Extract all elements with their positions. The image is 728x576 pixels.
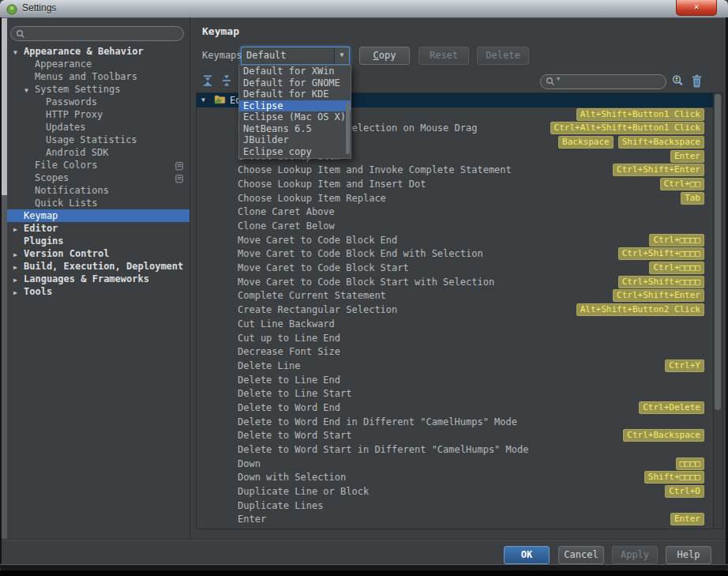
keymap-action-row-delete-to-word-start[interactable]: Delete to Word StartCtrl+Backspace: [197, 429, 714, 443]
keymap-action-row-delete-to-word-end-in-different-camelhumps-mode[interactable]: Delete to Word End in Different "CamelHu…: [197, 415, 714, 429]
keymap-action-row-decrease-font-size[interactable]: Decrease Font Size: [197, 344, 714, 359]
list-scrollbar-thumb[interactable]: [715, 94, 721, 410]
keymap-action-row-move-caret-to-code-block-start-with-selection[interactable]: Move Caret to Code Block Start with Sele…: [197, 275, 714, 289]
filter-options-chevron-icon[interactable]: ▼: [557, 76, 560, 82]
button-label: Reset: [419, 47, 468, 63]
sidebar-item-label: Build, Execution, Deployment: [24, 261, 183, 272]
action-label: Complete Current Statement: [238, 290, 386, 301]
popup-scrollbar-thumb[interactable]: [346, 102, 350, 154]
button-label: Copy: [360, 47, 409, 63]
keymap-action-row-clone-caret-above[interactable]: Clone Caret Above: [197, 205, 714, 220]
keymap-action-row-choose-lookup-item-and-insert-dot[interactable]: Choose Lookup Item and Insert DotCtrl+□□: [197, 177, 714, 191]
sidebar-item-usage-statistics[interactable]: Usage Statistics: [7, 134, 190, 146]
ok-button[interactable]: OK: [504, 546, 550, 564]
collapse-arrow-icon[interactable]: ▼: [201, 96, 212, 104]
dropdown-option-eclipse-copy[interactable]: Eclipse copy: [239, 146, 351, 158]
keymap-action-row-choose-lookup-item-replace[interactable]: Choose Lookup Item ReplaceTab: [197, 191, 714, 205]
keymap-action-row-move-caret-to-code-block-end-with-selection[interactable]: Move Caret to Code Block End with Select…: [197, 247, 714, 262]
keymap-action-row-move-caret-to-code-block-start[interactable]: Move Caret to Code Block StartCtrl+□□□□: [197, 261, 714, 275]
dropdown-option-eclipse-mac-os-x[interactable]: Eclipse (Mac OS X): [239, 111, 351, 123]
keymap-action-row-cut-up-to-line-end[interactable]: Cut up to Line End: [197, 331, 714, 345]
keymap-action-row-clone-caret-below[interactable]: Clone Caret Below: [197, 219, 714, 233]
sidebar-item-languages-frameworks[interactable]: ▶Languages & Frameworks: [7, 273, 190, 285]
sidebar-item-system-settings[interactable]: ▼System Settings: [7, 83, 190, 96]
sidebar-item-keymap[interactable]: Keymap: [7, 209, 190, 222]
keymap-action-row-duplicate-lines[interactable]: Duplicate Lines: [197, 499, 714, 513]
keymap-action-row-cut-line-backward[interactable]: Cut Line Backward: [197, 317, 714, 331]
action-label: Move Caret to Code Block End with Select…: [238, 248, 483, 259]
expand-arrow-icon[interactable]: ▶: [13, 287, 24, 298]
action-label: Create Rectangular Selection: [238, 304, 397, 315]
sidebar-item-scopes[interactable]: Scopes: [7, 171, 190, 184]
action-label: Move Caret to Code Block Start with Sele…: [238, 277, 494, 288]
chevron-down-icon[interactable]: ▼: [334, 47, 349, 64]
sidebar-item-build-execution-deployment[interactable]: ▶Build, Execution, Deployment: [7, 260, 190, 273]
keymap-action-row-down-with-selection[interactable]: Down with SelectionShift+□□□□: [197, 471, 714, 485]
sidebar-search-input[interactable]: [10, 26, 184, 41]
left-scrollbar-track[interactable]: [2, 195, 7, 539]
sidebar-item-editor[interactable]: ▶Editor: [7, 222, 190, 235]
keymap-action-row-down[interactable]: Down□□□□: [197, 457, 714, 471]
search-icon: [546, 77, 555, 86]
shortcut-filter-input[interactable]: ▼: [540, 74, 666, 89]
dropdown-option-jbuilder[interactable]: JBuilder: [239, 134, 351, 146]
expand-all-icon[interactable]: [201, 74, 216, 88]
dropdown-option-default-for-gnome[interactable]: Default for GNOME: [239, 77, 351, 89]
action-label: Duplicate Lines: [238, 500, 323, 511]
dropdown-option-default-for-xwin[interactable]: Default for XWin: [239, 66, 351, 77]
shortcut-chips: Ctrl+□□: [660, 178, 704, 190]
left-scrollbar-thumb[interactable]: [2, 18, 7, 195]
keymap-action-row-delete-to-line-end[interactable]: Delete to Line End: [197, 373, 714, 387]
cancel-button[interactable]: Cancel: [558, 546, 604, 564]
dropdown-option-default-for-kde[interactable]: Default for KDE: [239, 88, 351, 100]
keymap-combobox[interactable]: Default ▼: [241, 47, 350, 65]
keymap-action-row-delete-line[interactable]: Delete LineCtrl+Y: [197, 359, 714, 373]
sidebar-item-android-sdk[interactable]: Android SDK: [7, 146, 190, 159]
action-label: Delete to Word End in Different "CamelHu…: [238, 416, 517, 427]
shortcut-chips: Enter: [670, 150, 704, 163]
keymap-action-row-complete-current-statement[interactable]: Complete Current StatementCtrl+Shift+Ent…: [197, 289, 714, 303]
keymap-action-row-duplicate-line-or-block[interactable]: Duplicate Line or BlockCtrl+D: [197, 484, 714, 499]
keymap-action-row-enter[interactable]: EnterEnter: [197, 513, 714, 527]
action-label: Cut Line Backward: [238, 318, 335, 329]
shortcut-chips: Ctrl+Shift+□□□□: [618, 247, 704, 260]
dropdown-option-eclipse[interactable]: Eclipse: [239, 100, 351, 112]
trash-icon[interactable]: [691, 74, 705, 88]
sidebar-item-tools[interactable]: ▶Tools: [7, 285, 190, 298]
titlebar[interactable]: Settings ✕: [0, 0, 728, 18]
button-label: Cancel: [559, 547, 603, 563]
keymap-action-row-delete-to-word-start-in-different-camelhumps-mode[interactable]: Delete to Word Start in Different "Camel…: [197, 442, 714, 457]
sidebar-item-http-proxy[interactable]: HTTP Proxy: [7, 108, 190, 121]
settings-window: Settings ✕ ▼Appearance & BehaviorAppeara…: [0, 0, 728, 576]
sidebar-item-plugins[interactable]: Plugins: [7, 235, 190, 247]
keymap-action-row-delete-to-line-start[interactable]: Delete to Line Start: [197, 386, 714, 401]
sidebar-divider: [190, 17, 190, 539]
close-button[interactable]: ✕: [676, 0, 717, 16]
sidebar-item-updates[interactable]: Updates: [7, 121, 190, 134]
sidebar-item-appearance-behavior[interactable]: ▼Appearance & Behavior: [7, 45, 190, 58]
settings-tree: ▼Appearance & BehaviorAppearanceMenus an…: [7, 45, 190, 298]
sidebar-item-appearance[interactable]: Appearance: [7, 58, 190, 70]
keymap-action-row-move-caret-to-code-block-end[interactable]: Move Caret to Code Block EndCtrl+□□□□: [197, 233, 714, 247]
find-by-shortcut-icon[interactable]: [671, 74, 685, 88]
shortcut-badge: Alt+Shift+Button2 Click: [576, 303, 704, 316]
sidebar-item-quick-lists[interactable]: Quick Lists: [7, 197, 190, 209]
shortcut-chips: Enter: [670, 513, 704, 525]
sidebar-item-passwords[interactable]: Passwords: [7, 96, 190, 108]
sidebar-item-version-control[interactable]: ▶Version Control: [7, 247, 190, 260]
sidebar-item-menus-and-toolbars[interactable]: Menus and Toolbars: [7, 70, 190, 83]
copy-button[interactable]: Copy: [359, 47, 410, 65]
collapse-all-icon[interactable]: [220, 74, 235, 88]
button-label: OK: [505, 547, 549, 563]
sidebar-item-file-colors[interactable]: File Colors: [7, 159, 190, 171]
dropdown-option-netbeans-6-5[interactable]: NetBeans 6.5: [239, 123, 351, 135]
keymap-action-row-create-rectangular-selection[interactable]: Create Rectangular SelectionAlt+Shift+Bu…: [197, 303, 714, 317]
sidebar-item-notifications[interactable]: Notifications: [7, 184, 190, 197]
action-label: Enter: [238, 514, 266, 525]
help-button[interactable]: Help: [666, 546, 711, 564]
shortcut-badge: Ctrl+Alt+Shift+Button1 Click: [550, 122, 704, 134]
list-scrollbar-track[interactable]: [713, 92, 723, 529]
keymap-action-row-delete-to-word-end[interactable]: Delete to Word EndCtrl+Delete: [197, 401, 714, 415]
keymap-action-row-choose-lookup-item-and-invoke-complete-statement[interactable]: Choose Lookup Item and Invoke Complete S…: [197, 163, 714, 177]
keymap-dropdown-popup: Default for XWinDefault for GNOMEDefault…: [238, 65, 351, 159]
